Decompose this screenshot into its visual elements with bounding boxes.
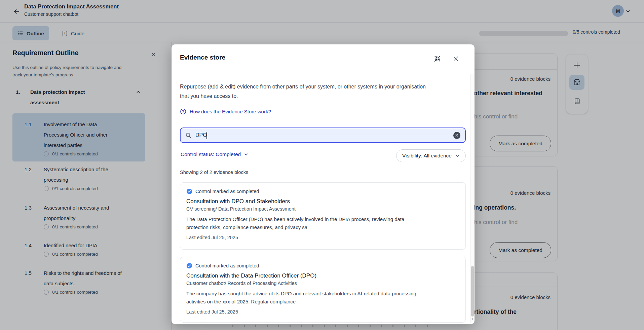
modal-close-button[interactable] bbox=[451, 53, 461, 64]
close-icon bbox=[453, 56, 459, 62]
minimize-icon bbox=[434, 55, 441, 62]
evidence-block-card[interactable]: Control marked as completed Consultation… bbox=[180, 182, 466, 250]
chevron-down-icon bbox=[455, 153, 460, 158]
visibility-filter[interactable]: Visibility: All evidence bbox=[396, 149, 466, 162]
check-circle-icon bbox=[186, 188, 192, 194]
svg-text:?: ? bbox=[182, 110, 184, 113]
evidence-block-card[interactable]: Control marked as completed Consultation… bbox=[180, 257, 466, 323]
clear-search-button[interactable] bbox=[453, 132, 460, 139]
text-caret bbox=[206, 132, 207, 139]
check-circle-icon bbox=[186, 263, 192, 269]
minimize-button[interactable] bbox=[432, 53, 442, 64]
evidence-source: Customer chatbot/ Records of Processing … bbox=[186, 281, 459, 286]
modal-description: Repurpose (add & edit) evidence from oth… bbox=[180, 82, 429, 101]
help-circle-icon: ? bbox=[180, 108, 186, 115]
evidence-excerpt: The company has sought the advice of its… bbox=[186, 290, 422, 305]
evidence-excerpt: The Data Protection Officer (DPO) has be… bbox=[186, 215, 422, 231]
evidence-title: Consultation with the Data Protection Of… bbox=[186, 272, 459, 279]
chevron-down-icon bbox=[244, 152, 249, 157]
evidence-store-modal: Evidence store Repurpose (add & edit) ev… bbox=[172, 44, 475, 324]
visibility-filter-label: Visibility: All evidence bbox=[402, 153, 452, 159]
scrollbar-down-arrow-icon[interactable]: ▼ bbox=[471, 318, 474, 321]
evidence-title: Consultation with DPO and Stakeholders bbox=[186, 198, 459, 205]
search-icon bbox=[185, 132, 192, 139]
evidence-status-label: Control marked as completed bbox=[195, 189, 259, 194]
evidence-source: CV screening/ Data Protection Impact Ass… bbox=[186, 206, 459, 212]
evidence-store-help-link[interactable]: ? How does the Evidence Store work? bbox=[180, 108, 271, 115]
control-status-filter-label: Control status: Completed bbox=[181, 151, 241, 157]
search-box bbox=[180, 127, 466, 143]
scrollbar-thumb[interactable] bbox=[471, 266, 474, 317]
evidence-status-label: Control marked as completed bbox=[195, 263, 259, 268]
evidence-last-edited: Last edited Jul 25, 2025 bbox=[186, 309, 459, 315]
modal-title: Evidence store bbox=[180, 54, 225, 61]
modal-header: Evidence store bbox=[172, 44, 475, 73]
evidence-last-edited: Last edited Jul 25, 2025 bbox=[186, 235, 459, 240]
help-link-label: How does the Evidence Store work? bbox=[190, 109, 271, 114]
clear-circle-icon bbox=[455, 134, 458, 137]
modal-scrollbar[interactable]: ▼ bbox=[470, 74, 474, 323]
results-summary: Showing 2 of 2 evidence blocks bbox=[180, 170, 248, 175]
control-status-filter[interactable]: Control status: Completed bbox=[181, 151, 249, 157]
search-input[interactable] bbox=[195, 132, 453, 138]
